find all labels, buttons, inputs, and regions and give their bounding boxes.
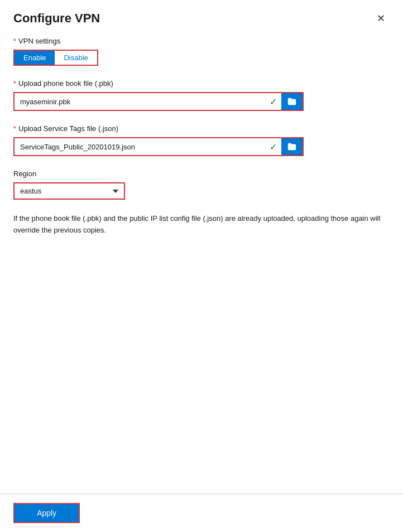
phone-book-group: * Upload phone book file (.pbk) ✓	[13, 79, 390, 111]
close-button[interactable]: ✕	[372, 11, 390, 26]
region-label: Region	[13, 170, 390, 178]
phone-book-file-row: ✓	[13, 92, 304, 111]
vpn-settings-label-text: VPN settings	[18, 37, 60, 45]
dialog-footer: Apply	[0, 494, 403, 532]
info-text: If the phone book file (.pbk) and the pu…	[13, 213, 390, 236]
phone-book-label: * Upload phone book file (.pbk)	[13, 79, 390, 88]
service-tags-label: * Upload Service Tags file (.json)	[13, 124, 390, 133]
region-group: Region eastus westus eastus2 westus2 cen…	[13, 170, 390, 200]
phone-book-browse-button[interactable]	[281, 93, 303, 110]
dialog-header: Configure VPN ✕	[0, 0, 403, 31]
vpn-settings-group: * VPN settings Enable Disable	[13, 37, 390, 66]
phone-book-label-text: Upload phone book file (.pbk)	[18, 79, 113, 88]
service-tags-check-icon: ✓	[265, 142, 281, 152]
service-tags-group: * Upload Service Tags file (.json) ✓	[13, 124, 390, 156]
phone-book-input[interactable]	[15, 94, 265, 109]
vpn-settings-required-star: *	[13, 37, 16, 45]
vpn-toggle-group: Enable Disable	[13, 50, 98, 66]
enable-button[interactable]: Enable	[15, 51, 55, 65]
dialog-title: Configure VPN	[13, 11, 100, 26]
vpn-settings-label: * VPN settings	[13, 37, 390, 45]
service-tags-label-text: Upload Service Tags file (.json)	[18, 124, 118, 133]
phone-book-required-star: *	[13, 79, 16, 88]
service-tags-browse-button[interactable]	[281, 138, 303, 155]
configure-vpn-dialog: Configure VPN ✕ * VPN settings Enable Di…	[0, 0, 403, 532]
service-tags-required-star: *	[13, 124, 16, 133]
phone-book-check-icon: ✓	[265, 96, 281, 107]
disable-button[interactable]: Disable	[55, 51, 97, 65]
apply-button[interactable]: Apply	[13, 503, 80, 523]
region-label-text: Region	[13, 170, 36, 178]
folder-icon	[287, 142, 297, 152]
dialog-body: * VPN settings Enable Disable * Upload p…	[0, 31, 403, 494]
service-tags-input[interactable]	[15, 139, 265, 154]
folder-icon	[287, 96, 297, 107]
region-select[interactable]: eastus westus eastus2 westus2 centralus	[13, 182, 125, 200]
service-tags-file-row: ✓	[13, 137, 304, 156]
